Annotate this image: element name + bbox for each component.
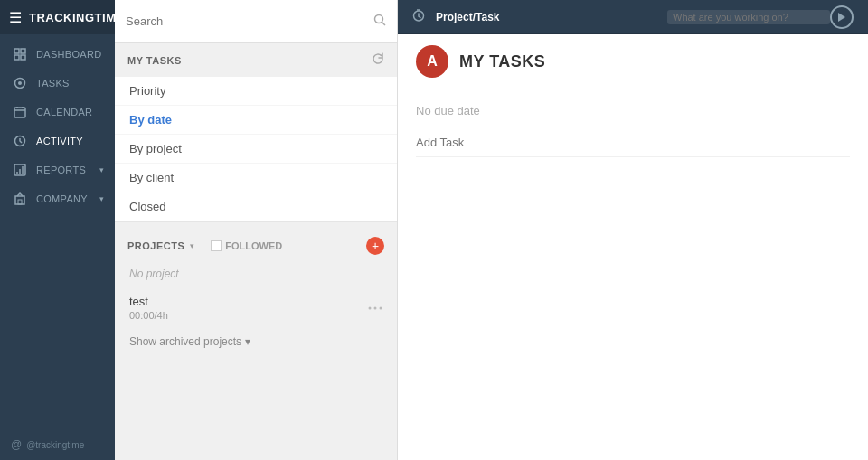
sidebar-item-company-label: Company bbox=[36, 193, 88, 204]
filter-by-project[interactable]: By project bbox=[115, 135, 397, 164]
projects-section: PROJECTS ▾ FOLLOWED + No project test 00… bbox=[115, 222, 397, 364]
svg-point-5 bbox=[18, 81, 22, 85]
dashboard-icon bbox=[11, 48, 29, 61]
svg-rect-2 bbox=[14, 55, 19, 60]
middle-panel: MY TASKS Priority By date By project By … bbox=[115, 0, 398, 460]
sidebar-nav: Dashboard Tasks Calendar bbox=[0, 34, 115, 429]
timer-what-working-input[interactable] bbox=[667, 10, 830, 24]
project-more-button[interactable] bbox=[368, 306, 382, 310]
company-icon bbox=[11, 192, 29, 205]
project-item-test[interactable]: test 00:00/4h bbox=[115, 287, 397, 328]
svg-point-17 bbox=[375, 15, 383, 23]
filter-by-client[interactable]: By client bbox=[115, 164, 397, 192]
footer-at-icon: @ bbox=[11, 438, 22, 451]
sidebar-item-tasks[interactable]: Tasks bbox=[0, 69, 115, 98]
project-name: test bbox=[129, 295, 168, 308]
sidebar-item-dashboard-label: Dashboard bbox=[36, 49, 101, 60]
sidebar-item-tasks-label: Tasks bbox=[36, 78, 70, 89]
task-filter-list: Priority By date By project By client Cl… bbox=[115, 77, 397, 222]
hamburger-icon[interactable]: ☰ bbox=[9, 9, 22, 26]
main-content: Project/Task A MY TASKS No due date bbox=[398, 0, 868, 460]
filter-by-date[interactable]: By date bbox=[115, 106, 397, 135]
search-bar bbox=[115, 0, 397, 43]
followed-text: FOLLOWED bbox=[225, 240, 282, 251]
activity-icon bbox=[11, 135, 29, 147]
my-tasks-main-title: MY TASKS bbox=[459, 52, 545, 71]
sidebar-item-company[interactable]: Company ▾ bbox=[0, 184, 115, 213]
play-button[interactable] bbox=[830, 5, 854, 29]
no-due-date-label: No due date bbox=[416, 104, 850, 117]
add-task-input[interactable] bbox=[416, 128, 850, 157]
sidebar-header: ☰ TRACKINGTIME bbox=[0, 0, 115, 34]
svg-marker-24 bbox=[838, 13, 845, 22]
projects-chevron-icon[interactable]: ▾ bbox=[190, 241, 194, 250]
projects-label[interactable]: PROJECTS bbox=[127, 240, 184, 251]
followed-checkbox[interactable] bbox=[211, 240, 222, 251]
timer-display: Project/Task bbox=[412, 9, 830, 24]
timer-icon bbox=[412, 9, 425, 24]
search-icon[interactable] bbox=[373, 14, 386, 29]
svg-rect-3 bbox=[21, 55, 25, 60]
refresh-icon[interactable] bbox=[372, 52, 384, 68]
search-input[interactable] bbox=[126, 14, 373, 28]
timer-info: Project/Task bbox=[436, 11, 656, 23]
reports-icon bbox=[11, 164, 29, 176]
svg-point-20 bbox=[374, 306, 377, 309]
sidebar-item-activity-label: Activity bbox=[36, 136, 83, 146]
sidebar-item-activity[interactable]: Activity bbox=[0, 127, 115, 155]
my-tasks-header: MY TASKS bbox=[115, 43, 397, 77]
svg-rect-6 bbox=[14, 108, 25, 117]
sidebar-item-calendar-label: Calendar bbox=[36, 107, 92, 117]
show-archived-label: Show archived projects bbox=[129, 335, 241, 348]
project-item-info: test 00:00/4h bbox=[129, 295, 168, 321]
add-project-button[interactable]: + bbox=[366, 237, 384, 255]
tasks-area: No due date bbox=[398, 89, 868, 460]
filter-closed[interactable]: Closed bbox=[115, 192, 397, 221]
timer-project: Project/Task bbox=[436, 11, 656, 23]
show-archived-button[interactable]: Show archived projects ▾ bbox=[115, 328, 397, 355]
svg-point-19 bbox=[369, 306, 372, 309]
sidebar-item-reports[interactable]: Reports ▾ bbox=[0, 155, 115, 184]
projects-header: PROJECTS ▾ FOLLOWED + bbox=[115, 231, 397, 260]
footer-username: @trackingtime bbox=[26, 440, 84, 450]
company-chevron-icon: ▾ bbox=[99, 194, 104, 203]
svg-point-21 bbox=[380, 306, 382, 309]
avatar: A bbox=[416, 45, 448, 78]
app-logo: TRACKINGTIME bbox=[29, 11, 125, 24]
sidebar: ☰ TRACKINGTIME Dashboard Tasks bbox=[0, 0, 115, 460]
no-project-label: No project bbox=[115, 260, 397, 287]
tasks-icon bbox=[11, 77, 29, 89]
calendar-icon bbox=[11, 106, 29, 118]
show-archived-icon: ▾ bbox=[245, 335, 250, 348]
sidebar-item-calendar[interactable]: Calendar bbox=[0, 98, 115, 127]
sidebar-item-dashboard[interactable]: Dashboard bbox=[0, 40, 115, 69]
project-time: 00:00/4h bbox=[129, 310, 168, 321]
reports-chevron-icon: ▾ bbox=[99, 165, 104, 174]
sidebar-item-reports-label: Reports bbox=[36, 164, 86, 175]
my-tasks-section-title: MY TASKS bbox=[127, 55, 182, 66]
svg-line-18 bbox=[382, 23, 386, 26]
top-bar: Project/Task bbox=[398, 0, 868, 34]
followed-toggle[interactable]: FOLLOWED bbox=[211, 240, 282, 251]
svg-rect-1 bbox=[21, 49, 25, 53]
filter-priority[interactable]: Priority bbox=[115, 77, 397, 106]
my-tasks-main-header: A MY TASKS bbox=[398, 34, 868, 89]
sidebar-footer: @ @trackingtime bbox=[0, 429, 115, 460]
svg-rect-0 bbox=[14, 49, 19, 53]
